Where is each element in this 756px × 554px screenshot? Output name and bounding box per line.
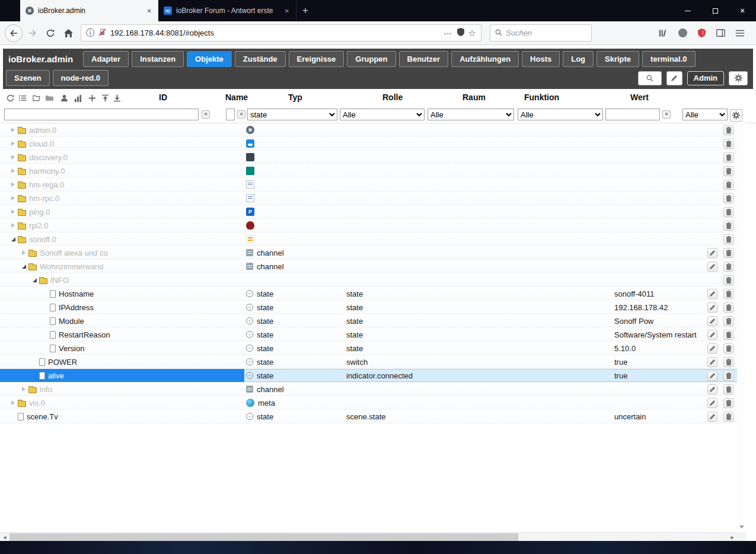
- toolbar-scroll-bottom-button[interactable]: [111, 93, 122, 103]
- table-row[interactable]: INFO: [0, 273, 737, 287]
- expand-arrow-icon[interactable]: [8, 182, 18, 187]
- table-row[interactable]: ping.0 P: [0, 205, 737, 219]
- delete-button[interactable]: [723, 289, 733, 299]
- new-tab-button[interactable]: +: [296, 4, 314, 18]
- filter-raum-select[interactable]: Alle: [428, 109, 514, 120]
- delete-button[interactable]: [723, 180, 733, 190]
- table-row[interactable]: Hostname state state sonoff-4011: [0, 287, 737, 301]
- filter-id-clear-button[interactable]: ✕: [202, 110, 210, 119]
- filter-rolle-select[interactable]: Alle: [340, 109, 425, 120]
- toolbar-scroll-top-button[interactable]: [100, 93, 110, 103]
- edit-button[interactable]: [707, 248, 717, 258]
- object-id-cell[interactable]: hm-rega.0: [0, 178, 244, 191]
- object-id-cell[interactable]: Sonoff alexa und co: [0, 246, 244, 259]
- tab-close-icon[interactable]: ✕: [146, 7, 153, 15]
- library-icon[interactable]: [659, 29, 668, 37]
- object-id-cell[interactable]: info: [0, 383, 244, 396]
- delete-button[interactable]: [723, 152, 733, 163]
- app-tab-log[interactable]: Log: [563, 51, 594, 67]
- table-row[interactable]: Wohnzimmerwand channel: [0, 260, 737, 273]
- table-row[interactable]: vis.0 meta: [0, 396, 737, 410]
- object-id-cell[interactable]: harmony.0: [0, 164, 244, 177]
- edit-button[interactable]: [707, 398, 717, 408]
- edit-button[interactable]: [707, 330, 717, 340]
- delete-button[interactable]: [723, 357, 733, 367]
- object-id-cell[interactable]: admin.0: [0, 123, 244, 136]
- edit-button[interactable]: [707, 303, 717, 313]
- table-row[interactable]: Sonoff alexa und co channel: [0, 246, 737, 260]
- delete-button[interactable]: [723, 193, 733, 203]
- back-button[interactable]: [5, 24, 23, 42]
- browser-tab-iobroker-forum[interactable]: IO ioBroker Forum - Antwort erste ✕: [158, 0, 296, 21]
- tab-close-icon[interactable]: ✕: [283, 7, 291, 15]
- expand-arrow-icon[interactable]: [8, 223, 18, 228]
- object-id-cell[interactable]: vis.0: [0, 396, 244, 409]
- object-id-cell[interactable]: rpi2.0: [0, 219, 244, 232]
- table-row[interactable]: hm-rpc.0: [0, 192, 737, 205]
- delete-button[interactable]: [723, 221, 733, 231]
- settings-gear-button[interactable]: [729, 71, 748, 85]
- app-tab-benutzer[interactable]: Benutzer: [399, 51, 449, 67]
- app-tab-instanzen[interactable]: Instanzen: [132, 51, 184, 67]
- adblock-shield-icon[interactable]: [698, 28, 706, 37]
- bookmark-star-icon[interactable]: ☆: [468, 28, 476, 39]
- toolbar-add-object-button[interactable]: [87, 93, 97, 103]
- delete-button[interactable]: [723, 412, 733, 422]
- shield-icon[interactable]: [457, 28, 464, 39]
- toolbar-list-button[interactable]: [17, 93, 28, 103]
- delete-button[interactable]: [723, 166, 733, 176]
- delete-button[interactable]: [723, 248, 733, 258]
- delete-button[interactable]: [723, 398, 733, 408]
- search-input[interactable]: [506, 28, 586, 37]
- toolbar-expand-all-button[interactable]: [31, 93, 42, 103]
- app-tab-terminal-0[interactable]: terminal.0: [642, 51, 695, 67]
- reload-button[interactable]: [42, 24, 59, 42]
- user-button[interactable]: Admin: [687, 71, 724, 85]
- delete-button[interactable]: [723, 125, 733, 135]
- toolbar-refresh-button[interactable]: [5, 93, 15, 103]
- window-minimize-button[interactable]: [674, 0, 701, 21]
- object-id-cell[interactable]: Hostname: [0, 287, 244, 300]
- scrollbar-thumb[interactable]: [9, 533, 518, 541]
- window-maximize-button[interactable]: [701, 0, 729, 21]
- table-row[interactable]: IPAddress state state 192.168.178.42: [0, 301, 737, 314]
- object-id-cell[interactable]: POWER: [0, 355, 244, 368]
- object-id-cell[interactable]: INFO: [0, 273, 244, 286]
- scroll-right-icon[interactable]: ▸: [728, 533, 737, 542]
- table-row[interactable]: sonoff.0: [0, 233, 737, 246]
- extension-icon[interactable]: [678, 28, 687, 37]
- app-tab-hosts[interactable]: Hosts: [522, 51, 560, 67]
- delete-button[interactable]: [723, 303, 733, 313]
- object-id-cell[interactable]: IPAddress: [0, 301, 244, 314]
- table-row[interactable]: admin.0: [0, 123, 737, 137]
- app-tab-node-red-0[interactable]: node-red.0: [53, 70, 109, 86]
- table-row[interactable]: discovery.0: [0, 151, 737, 164]
- table-row[interactable]: Module state state Sonoff Pow: [0, 314, 737, 328]
- edit-button[interactable]: [707, 357, 717, 367]
- expand-arrow-icon[interactable]: [8, 141, 18, 146]
- filter-wert-input[interactable]: [605, 109, 660, 120]
- filter-funktion-select[interactable]: Alle: [518, 109, 603, 120]
- edit-button[interactable]: [707, 289, 717, 299]
- table-row[interactable]: Version state state 5.10.0: [0, 342, 737, 355]
- home-button[interactable]: [59, 24, 77, 42]
- object-id-cell[interactable]: ping.0: [0, 205, 244, 218]
- edit-button[interactable]: [707, 371, 717, 381]
- filter-id-input[interactable]: [4, 109, 199, 120]
- table-row[interactable]: rpi2.0: [0, 219, 737, 233]
- forward-button[interactable]: [24, 24, 42, 42]
- edit-mode-button[interactable]: [666, 71, 682, 85]
- expand-arrow-icon[interactable]: [8, 128, 18, 132]
- expand-arrow-icon[interactable]: [8, 168, 18, 173]
- table-row[interactable]: harmony.0: [0, 164, 737, 178]
- menu-icon[interactable]: [736, 30, 744, 37]
- expand-arrow-icon[interactable]: [8, 237, 18, 241]
- delete-button[interactable]: [723, 371, 733, 381]
- expand-arrow-icon[interactable]: [19, 265, 28, 269]
- expand-arrow-icon[interactable]: [30, 278, 39, 282]
- delete-button[interactable]: [723, 330, 733, 340]
- vertical-scrollbar[interactable]: [737, 122, 746, 532]
- object-id-cell[interactable]: sonoff.0: [0, 233, 244, 246]
- filter-typ-select[interactable]: state: [247, 109, 337, 120]
- object-id-cell[interactable]: Module: [0, 314, 244, 327]
